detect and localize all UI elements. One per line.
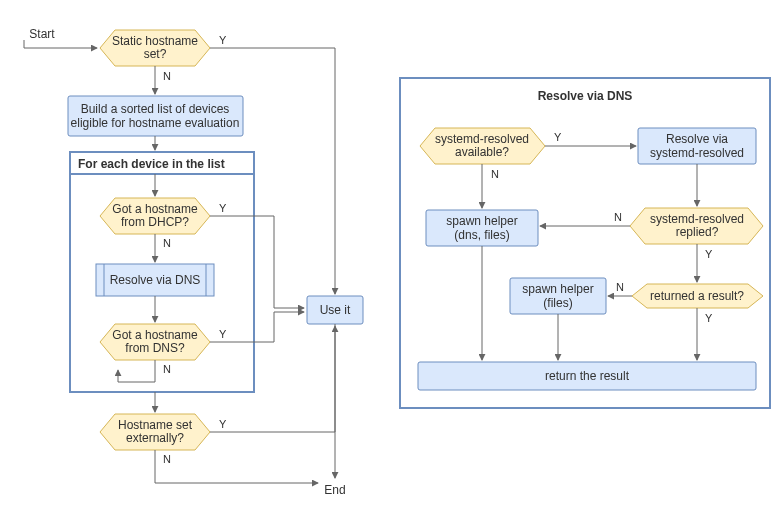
edge-ext-n (155, 450, 318, 483)
process-spawn-dns-files-l2: (dns, files) (454, 228, 509, 242)
decision-dns-l2: from DNS? (125, 341, 185, 355)
decision-replied-l1: systemd-resolved (650, 212, 744, 226)
decision-dhcp-l1: Got a hostname (112, 202, 198, 216)
start-terminal: Start (29, 27, 55, 41)
lbl-dns-y: Y (219, 328, 227, 340)
lbl-returned-y: Y (705, 312, 713, 324)
process-spawn-dns-files-l1: spawn helper (446, 214, 517, 228)
lbl-ext-y: Y (219, 418, 227, 430)
lbl-replied-y: Y (705, 248, 713, 260)
lbl-static-y: Y (219, 34, 227, 46)
lbl-replied-n: N (614, 211, 622, 223)
decision-dhcp-l2: from DHCP? (121, 215, 189, 229)
lbl-avail-n: N (491, 168, 499, 180)
decision-static-hostname-l1: Static hostname (112, 34, 198, 48)
process-return-result-label: return the result (545, 369, 630, 383)
lbl-ext-n: N (163, 453, 171, 465)
lbl-static-n: N (163, 70, 171, 82)
process-resolve-via-l2: systemd-resolved (650, 146, 744, 160)
decision-static-hostname-l2: set? (144, 47, 167, 61)
dns-title: Resolve via DNS (538, 89, 633, 103)
lbl-dns-n: N (163, 363, 171, 375)
process-spawn-files-l1: spawn helper (522, 282, 593, 296)
decision-resolved-avail-l2: available? (455, 145, 509, 159)
decision-returned-label: returned a result? (650, 289, 744, 303)
process-use-it-label: Use it (320, 303, 351, 317)
process-resolve-via-l1: Resolve via (666, 132, 728, 146)
decision-resolved-avail-l1: systemd-resolved (435, 132, 529, 146)
lbl-dhcp-y: Y (219, 202, 227, 214)
decision-external-l1: Hostname set (118, 418, 193, 432)
end-terminal: End (324, 483, 345, 497)
process-spawn-files-l2: (files) (543, 296, 572, 310)
lbl-avail-y: Y (554, 131, 562, 143)
subprocess-resolve-dns-label: Resolve via DNS (110, 273, 201, 287)
decision-dns-l1: Got a hostname (112, 328, 198, 342)
edge-start-static (24, 40, 97, 48)
decision-replied-l2: replied? (676, 225, 719, 239)
decision-external-l2: externally? (126, 431, 184, 445)
lbl-returned-n: N (616, 281, 624, 293)
loop-title: For each device in the list (78, 157, 225, 171)
lbl-dhcp-n: N (163, 237, 171, 249)
process-build-list-l2: eligible for hostname evaluation (71, 116, 240, 130)
process-build-list-l1: Build a sorted list of devices (81, 102, 230, 116)
